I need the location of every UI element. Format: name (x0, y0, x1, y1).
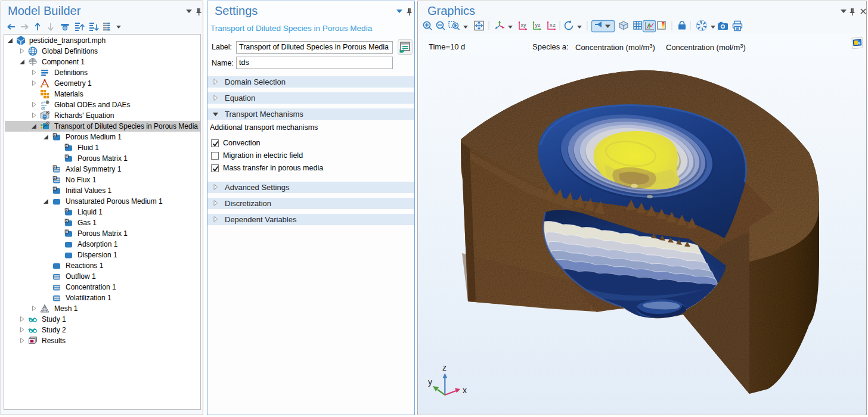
svg-text:yz: yz (535, 22, 541, 28)
svg-text:z: z (442, 363, 447, 372)
svg-text:y: y (428, 377, 432, 387)
svg-text:dt: dt (41, 106, 45, 110)
svg-text:x: x (463, 385, 467, 395)
svg-text:c*: c* (41, 101, 45, 105)
svg-text:xy: xy (521, 22, 527, 28)
svg-text:xz: xz (550, 23, 556, 29)
